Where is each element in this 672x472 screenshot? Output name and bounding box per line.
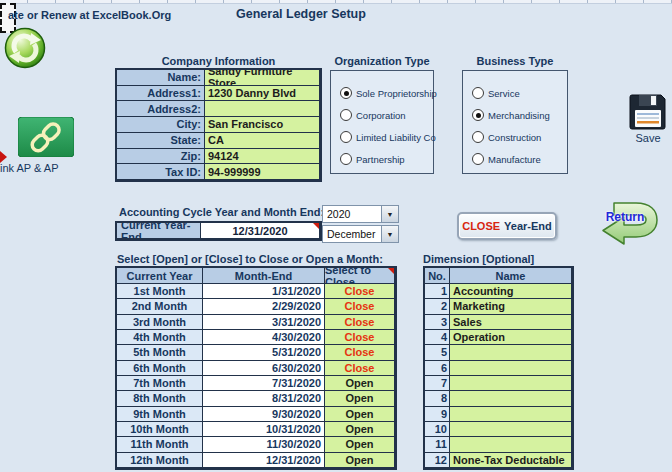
month-cell-current-year: 11th Month: [117, 437, 203, 452]
month-cell-month-end: 9/30/2020: [203, 407, 325, 422]
company-field-label: City:: [117, 117, 205, 133]
year-end-word: Year-End: [504, 220, 552, 232]
month-cell-status[interactable]: Open: [325, 422, 395, 437]
company-info-title: Company Information: [115, 55, 322, 67]
radio-option[interactable]: Sole Proprietorship: [331, 82, 433, 104]
month-cell-status[interactable]: Open: [325, 391, 395, 406]
dimension-cell-no: 10: [425, 422, 450, 437]
company-field-value[interactable]: 94124: [205, 149, 320, 165]
dimension-cell-name[interactable]: Sales: [450, 315, 572, 330]
radio-option[interactable]: Limited Liability Co: [331, 126, 433, 148]
current-year-end-value[interactable]: 12/31/2020: [201, 223, 320, 239]
month-cell-status[interactable]: Open: [325, 453, 395, 468]
radio-button-icon: [472, 131, 484, 143]
month-cell-status[interactable]: Open: [325, 437, 395, 452]
month-cell-month-end: 6/30/2020: [203, 361, 325, 376]
dimension-cell-name[interactable]: [450, 407, 572, 422]
chevron-down-icon[interactable]: ▼: [381, 226, 398, 242]
radio-option[interactable]: Corporation: [331, 104, 433, 126]
month-cell-status[interactable]: Close: [325, 284, 395, 299]
dimension-cell-name[interactable]: Marketing: [450, 299, 572, 314]
month-cell-current-year: 4th Month: [117, 330, 203, 345]
month-cell-status[interactable]: Close: [325, 345, 395, 360]
dimension-cell-name[interactable]: None-Tax Deductable: [450, 453, 572, 468]
radio-option-label: Limited Liability Co: [356, 132, 436, 143]
radio-option-label: Service: [488, 88, 520, 99]
dimension-table-title: Dimension [Optional]: [423, 253, 534, 265]
month-table-title: Select [Open] or [Close] to Close or Ope…: [117, 253, 383, 265]
chain-link-icon: [18, 117, 74, 157]
link-ap-button[interactable]: [18, 117, 74, 157]
chevron-down-icon[interactable]: ▼: [381, 206, 398, 222]
month-cell-current-year: 1st Month: [117, 284, 203, 299]
month-cell-month-end: 7/31/2020: [203, 376, 325, 391]
dimension-cell-name[interactable]: [450, 345, 572, 360]
dimension-cell-name[interactable]: Operation: [450, 330, 572, 345]
dimension-table-header: No.: [425, 268, 450, 284]
company-field-value[interactable]: [205, 101, 320, 117]
radio-option[interactable]: Partnership: [331, 148, 433, 170]
company-field-label: State:: [117, 133, 205, 149]
company-field-value[interactable]: CA: [205, 133, 320, 149]
company-field-value[interactable]: San Francisco: [205, 117, 320, 133]
radio-option-label: Manufacture: [488, 154, 541, 165]
dimension-cell-name[interactable]: [450, 422, 572, 437]
dimension-cell-no: 5: [425, 345, 450, 360]
month-dropdown-value: December: [323, 228, 381, 240]
save-button[interactable]: [629, 93, 667, 130]
company-field-label: Zip:: [117, 149, 205, 165]
radio-option[interactable]: Merchandising: [463, 104, 567, 126]
save-label: Save: [628, 132, 668, 144]
month-cell-status[interactable]: Open: [325, 376, 395, 391]
month-cell-status[interactable]: Close: [325, 299, 395, 314]
dimension-cell-no: 2: [425, 299, 450, 314]
refresh-button[interactable]: [4, 27, 46, 69]
dimension-cell-name[interactable]: Accounting: [450, 284, 572, 299]
radio-option-label: Partnership: [356, 154, 405, 165]
company-info-table: Name:Sandy Furniture StoreAddress1:1230 …: [115, 68, 322, 182]
month-cell-month-end: 12/31/2020: [203, 453, 325, 468]
month-cell-month-end: 11/30/2020: [203, 437, 325, 452]
month-cell-month-end: 5/31/2020: [203, 345, 325, 360]
radio-option[interactable]: Manufacture: [463, 148, 567, 170]
month-dropdown[interactable]: December ▼: [322, 225, 399, 243]
radio-button-icon: [340, 87, 352, 99]
page-title: General Ledger Setup: [236, 7, 366, 21]
company-field-value[interactable]: Sandy Furniture Store: [205, 70, 320, 86]
dimension-cell-no: 6: [425, 361, 450, 376]
month-cell-status[interactable]: Close: [325, 330, 395, 345]
year-dropdown[interactable]: 2020 ▼: [322, 205, 399, 223]
month-cell-current-year: 2nd Month: [117, 299, 203, 314]
radio-option-label: Merchandising: [488, 110, 550, 121]
month-cell-current-year: 12th Month: [117, 453, 203, 468]
month-cell-status[interactable]: Close: [325, 315, 395, 330]
radio-button-icon: [340, 153, 352, 165]
month-cell-month-end: 10/31/2020: [203, 422, 325, 437]
company-field-label: Address2:: [117, 101, 205, 117]
month-cell-month-end: 8/31/2020: [203, 391, 325, 406]
dimension-cell-name[interactable]: [450, 361, 572, 376]
column-ruler: [0, 0, 672, 4]
month-cell-current-year: 3rd Month: [117, 315, 203, 330]
radio-button-icon: [472, 109, 484, 121]
current-year-end-label: Current Year-End: [117, 223, 201, 239]
radio-option-label: Corporation: [356, 110, 406, 121]
dimension-cell-name[interactable]: [450, 437, 572, 452]
company-field-value[interactable]: 1230 Danny Blvd: [205, 86, 320, 102]
dimension-cell-no: 9: [425, 407, 450, 422]
company-field-value[interactable]: 94-999999: [205, 164, 320, 180]
radio-option[interactable]: Construction: [463, 126, 567, 148]
dimension-cell-name[interactable]: [450, 376, 572, 391]
month-cell-status[interactable]: Close: [325, 361, 395, 376]
dimension-cell-name[interactable]: [450, 391, 572, 406]
radio-button-icon: [340, 109, 352, 121]
radio-option[interactable]: Service: [463, 82, 567, 104]
close-year-end-button[interactable]: CLOSE Year-End: [457, 212, 557, 240]
month-table-header: Current Year: [117, 268, 203, 284]
month-cell-status[interactable]: Open: [325, 407, 395, 422]
dimension-cell-no: 3: [425, 315, 450, 330]
dimension-cell-no: 12: [425, 453, 450, 468]
edge-flag-icon: [0, 151, 7, 163]
dimension-table: No.Name1Accounting2Marketing3Sales4Opera…: [423, 266, 574, 470]
close-word: CLOSE: [462, 220, 500, 232]
